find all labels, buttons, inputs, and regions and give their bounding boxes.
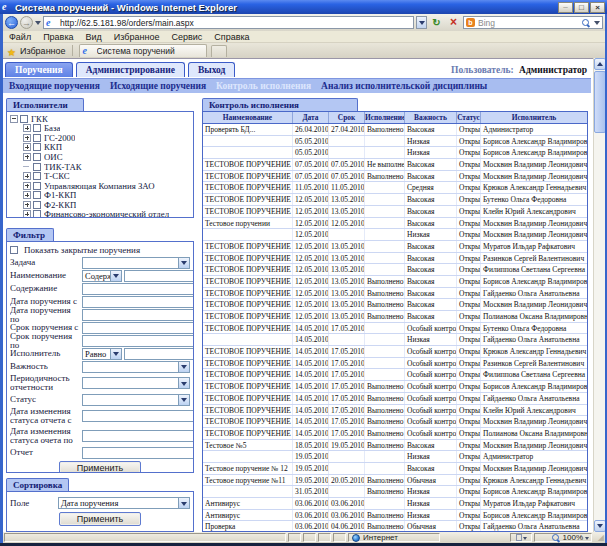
order-row[interactable]: Антивирус 03.06.2010 03.06.2010 Выполнен… (203, 510, 587, 522)
name-op-select[interactable]: Содержит (82, 270, 122, 282)
search-input[interactable]: Bing (463, 16, 603, 29)
order-row[interactable]: Тестовое поручение № 12 19.05.2010 Высок… (203, 463, 587, 475)
search-dropdown-icon[interactable] (594, 21, 600, 28)
search-icon[interactable] (581, 18, 591, 28)
order-row[interactable]: ТЕСТОВОЕ ПОРУЧЕНИЕ №2 14.05.2010 17.05.2… (203, 428, 587, 440)
filter-apply-button[interactable]: Применить (59, 461, 141, 473)
order-row[interactable]: Проверять БД... 26.04.2010 27.04.2010 Вы… (203, 124, 587, 136)
new-tab-button[interactable] (211, 45, 227, 57)
browser-tab[interactable]: Система поручений (79, 44, 207, 57)
order-row[interactable]: 14.05.2010 Низкая Открыто Гайдаенко Ольг… (203, 334, 587, 346)
tree-item-label[interactable]: Управляющая Компания ЗАО (44, 181, 155, 191)
order-row[interactable]: ТЕСТОВОЕ ПОРУЧЕНИЕ 12.05.2010 13.05.2010… (203, 311, 587, 323)
menu-item[interactable]: Файл (9, 32, 31, 42)
app-tab[interactable]: Администрирование (76, 62, 185, 77)
order-row[interactable]: ТЕСТОВОЕ ПОРУЧЕНИЕ 12.05.2010 13.05.2010… (203, 299, 587, 311)
forward-button[interactable] (20, 16, 33, 29)
sorting-panel-tab[interactable]: Сортировка (6, 478, 69, 491)
report-input[interactable] (82, 447, 194, 459)
tree-checkbox[interactable] (33, 182, 41, 190)
column-header[interactable]: Наименование (203, 112, 293, 123)
tree-item-label[interactable]: Финансово-экономический отдел (44, 209, 169, 218)
tree-item-label[interactable]: ККП (44, 143, 62, 153)
column-header[interactable]: Важность (405, 112, 457, 123)
menu-item[interactable]: Сервис (171, 32, 202, 42)
tree-item-label[interactable]: ГКК (31, 114, 48, 124)
tree-checkbox[interactable] (33, 143, 41, 151)
order-row[interactable]: ТЕСТОВОЕ ПОРУЧЕНИЕ 12.05.2010 13.05.2010… (203, 206, 587, 218)
tree-checkbox[interactable] (33, 163, 41, 171)
date-from-input[interactable] (82, 296, 194, 308)
address-input[interactable]: http://62.5.181.98/orders/main.aspx (43, 16, 414, 29)
tree-expand-icon[interactable] (23, 124, 31, 132)
column-header[interactable]: Статус (457, 112, 481, 123)
order-row[interactable]: ТЕСТОВОЕ ПОРУЧЕНИЕ 12.05.2010 13.05.2010… (203, 264, 587, 276)
app-tab[interactable]: Выход (188, 62, 235, 77)
tree-expand-icon[interactable] (23, 134, 31, 142)
subnav-item[interactable]: Анализ исполнительской дисциплины (321, 81, 487, 91)
tree-expand-icon[interactable] (23, 172, 31, 180)
executor-op-select[interactable]: Равно (82, 348, 122, 360)
order-row[interactable]: ТЕСТОВОЕ ПОРУЧЕНИЕ №2 14.05.2010 17.05.2… (203, 346, 587, 358)
column-header[interactable]: Срок (329, 112, 365, 123)
term-to-input[interactable] (82, 335, 194, 347)
order-row[interactable]: ТЕСТОВОЕ ПОРУЧЕНИЕ №2 14.05.2010 17.05.2… (203, 369, 587, 381)
control-panel-tab[interactable]: Контроль исполнения (202, 98, 358, 111)
content-input[interactable] (82, 283, 194, 295)
close-button[interactable] (590, 2, 605, 13)
order-row[interactable]: ТЕСТОВОЕ ПОРУЧЕНИЕ №2 14.05.2010 17.05.2… (203, 416, 587, 428)
order-row[interactable]: Тестовое №5 18.05.2010 19.05.2010 Выполн… (203, 440, 587, 452)
filter-panel-tab[interactable]: Фильтр (6, 228, 54, 241)
status-date-to-input[interactable] (82, 430, 194, 442)
order-row[interactable]: ТЕСТОВОЕ ПОРУЧЕНИЕ №2 14.05.2010 17.05.2… (203, 323, 587, 335)
order-row[interactable]: ТЕСТОВОЕ ПОРУЧЕНИЕ №2 14.05.2010 17.05.2… (203, 381, 587, 393)
favorites-star-icon[interactable] (7, 42, 16, 60)
order-row[interactable]: 19.05.2010 Низкая Открыто Администратор (203, 451, 587, 463)
tree-checkbox[interactable] (33, 153, 41, 161)
status-date-from-input[interactable] (82, 410, 194, 422)
task-select[interactable] (82, 257, 190, 269)
minimize-button[interactable] (558, 2, 573, 13)
menu-item[interactable]: Справка (214, 32, 249, 42)
tree-expand-icon[interactable] (23, 182, 31, 190)
tree-item-label[interactable]: Т-СКС (44, 171, 70, 181)
tree-checkbox[interactable] (33, 124, 41, 132)
executor-input[interactable] (124, 348, 194, 360)
protected-mode-cell[interactable] (510, 533, 532, 542)
order-row[interactable]: 12.05.2010 Низкая Открыто Москвин Владим… (203, 229, 587, 241)
name-input[interactable] (124, 270, 194, 282)
menu-item[interactable]: Правка (43, 32, 73, 42)
order-row[interactable]: ТЕСТОВОЕ ПОРУЧЕНИЕ №2 14.05.2010 17.05.2… (203, 405, 587, 417)
tree-expand-icon[interactable] (23, 143, 31, 151)
order-row[interactable]: ТЕСТОВОЕ ПОРУЧЕНИЕ 12.05.2010 13.05.2010… (203, 194, 587, 206)
resize-grip-icon[interactable] (594, 533, 604, 542)
subnav-item[interactable]: Входящие поручения (9, 81, 100, 91)
column-header[interactable]: Дата (293, 112, 329, 123)
term-from-input[interactable] (82, 322, 194, 334)
sort-apply-button[interactable]: Применить (59, 512, 141, 526)
subnav-item[interactable]: Контроль исполнения (216, 81, 311, 91)
importance-select[interactable] (82, 361, 190, 373)
app-tab[interactable]: Поручения (5, 62, 73, 77)
order-row[interactable]: ТЕСТОВОЕ ПОРУЧЕНИЕ №2 14.05.2010 17.05.2… (203, 358, 587, 370)
tree-checkbox[interactable] (33, 210, 41, 218)
order-row[interactable]: Проверка 03.06.2010 04.06.2010 Выполнено… (203, 521, 587, 532)
address-dropdown-button[interactable] (416, 16, 427, 29)
tree-expand-icon[interactable] (23, 210, 31, 218)
subnav-item[interactable]: Исходящие поручения (110, 81, 206, 91)
tree-expand-icon[interactable] (23, 201, 31, 209)
order-row[interactable]: Тестовое поручении 12.05.2010 12.05.2010… (203, 218, 587, 230)
zoom-control[interactable]: 100% (534, 533, 592, 542)
tree-checkbox[interactable] (33, 134, 41, 142)
tree-expand-icon[interactable] (10, 115, 18, 123)
menu-item[interactable]: Избранное (114, 32, 160, 42)
tree-checkbox[interactable] (20, 115, 28, 123)
order-row[interactable]: ТЕСТОВОЕ ПОРУЧЕНИЕ 11.05.2010 11.05.2010… (203, 182, 587, 194)
executors-panel-tab[interactable]: Исполнители (6, 98, 84, 111)
tree-item-label[interactable]: ТИК-ТАК (44, 162, 82, 172)
tree-item-label[interactable]: ОИС (44, 152, 63, 162)
refresh-button[interactable] (429, 16, 444, 30)
order-row[interactable]: ТЕСТОВОЕ ПОРУЧЕНИЕ 12.05.2010 13.05.2010… (203, 288, 587, 300)
order-row[interactable]: Тестовое поручение №11 19.05.2010 20.05.… (203, 475, 587, 487)
periodicity-select[interactable] (82, 377, 190, 389)
